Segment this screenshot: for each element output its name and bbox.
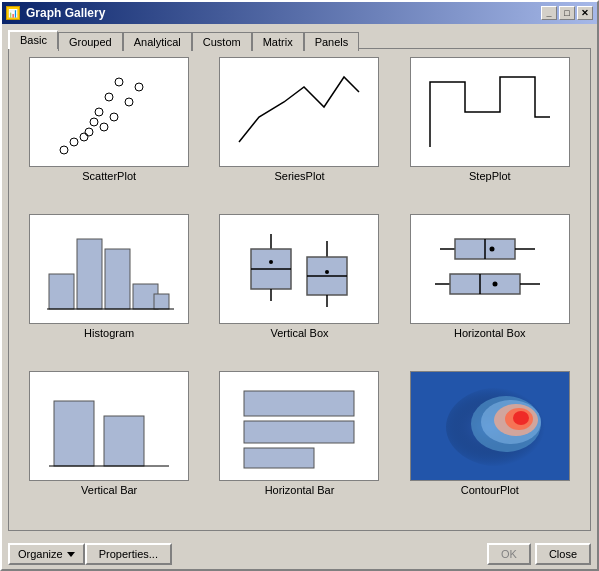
svg-point-4 [95,108,103,116]
svg-rect-39 [104,416,144,466]
graph-item-series[interactable]: SeriesPlot [207,57,391,208]
graph-item-scatter[interactable]: ScatterPlot [17,57,201,208]
graph-label-horizbox: Horizontal Box [454,327,526,339]
svg-point-50 [513,411,529,425]
svg-point-6 [90,118,98,126]
svg-rect-41 [244,391,354,416]
svg-point-27 [325,270,329,274]
graph-item-horizbox[interactable]: Horizontal Box [398,214,582,365]
graph-thumb-vertbox [219,214,379,324]
close-window-button[interactable]: ✕ [577,6,593,20]
svg-point-9 [80,133,88,141]
bottom-bar: Organize Properties... OK Close [2,537,597,569]
organize-dropdown-arrow [67,552,75,557]
tab-bar: Basic Grouped Analytical Custom Matrix P… [8,30,591,49]
window-title: Graph Gallery [26,6,105,20]
bottom-left-buttons: Organize Properties... [8,543,172,565]
graph-thumb-scatter [29,57,189,167]
graph-thumb-horizbar [219,371,379,481]
svg-rect-16 [154,294,169,309]
close-button[interactable]: Close [535,543,591,565]
bottom-right-buttons: OK Close [487,543,591,565]
svg-point-1 [135,83,143,91]
graph-label-histogram: Histogram [84,327,134,339]
tab-analytical[interactable]: Analytical [123,32,192,51]
svg-rect-13 [77,239,102,309]
properties-button[interactable]: Properties... [85,543,172,565]
svg-point-3 [125,98,133,106]
tab-custom[interactable]: Custom [192,32,252,51]
svg-point-0 [115,78,123,86]
svg-rect-38 [54,401,94,466]
graph-label-horizbar: Horizontal Bar [265,484,335,496]
svg-point-8 [85,128,93,136]
graph-thumb-vertbar [29,371,189,481]
graph-label-scatter: ScatterPlot [82,170,136,182]
graph-gallery-window: 📊 Graph Gallery _ □ ✕ Basic Grouped Anal… [0,0,599,571]
tab-matrix[interactable]: Matrix [252,32,304,51]
svg-point-32 [489,247,494,252]
graph-item-vertbar[interactable]: Vertical Bar [17,371,201,522]
graph-label-contour: ContourPlot [461,484,519,496]
graph-item-histogram[interactable]: Histogram [17,214,201,365]
maximize-button[interactable]: □ [559,6,575,20]
title-bar: 📊 Graph Gallery _ □ ✕ [2,2,597,24]
svg-point-7 [100,123,108,131]
graph-item-contour[interactable]: ContourPlot [398,371,582,522]
graph-item-horizbar[interactable]: Horizontal Bar [207,371,391,522]
title-bar-title: 📊 Graph Gallery [6,6,105,20]
graph-label-vertbox: Vertical Box [270,327,328,339]
graph-thumb-series [219,57,379,167]
tab-grouped[interactable]: Grouped [58,32,123,51]
graph-label-vertbar: Vertical Bar [81,484,137,496]
graph-label-step: StepPlot [469,170,511,182]
svg-point-37 [492,282,497,287]
tab-panels[interactable]: Panels [304,32,360,51]
graph-item-step[interactable]: StepPlot [398,57,582,208]
svg-rect-34 [450,274,520,294]
svg-rect-43 [244,448,314,468]
tab-panel-basic: ScatterPlot SeriesPlot [8,48,591,531]
graph-label-series: SeriesPlot [274,170,324,182]
graph-item-vertbox[interactable]: Vertical Box [207,214,391,365]
graph-thumb-histogram [29,214,189,324]
title-bar-buttons: _ □ ✕ [541,6,593,20]
minimize-button[interactable]: _ [541,6,557,20]
svg-rect-12 [49,274,74,309]
svg-point-11 [60,146,68,154]
tab-basic[interactable]: Basic [8,30,58,49]
svg-point-2 [105,93,113,101]
organize-button[interactable]: Organize [8,543,85,565]
graph-grid: ScatterPlot SeriesPlot [17,57,582,522]
svg-rect-42 [244,421,354,443]
ok-button[interactable]: OK [487,543,531,565]
svg-rect-14 [105,249,130,309]
svg-point-22 [269,260,273,264]
graph-thumb-step [410,57,570,167]
graph-thumb-horizbox [410,214,570,324]
graph-thumb-contour [410,371,570,481]
svg-point-10 [70,138,78,146]
app-icon: 📊 [6,6,20,20]
svg-point-5 [110,113,118,121]
content-area: Basic Grouped Analytical Custom Matrix P… [2,24,597,537]
